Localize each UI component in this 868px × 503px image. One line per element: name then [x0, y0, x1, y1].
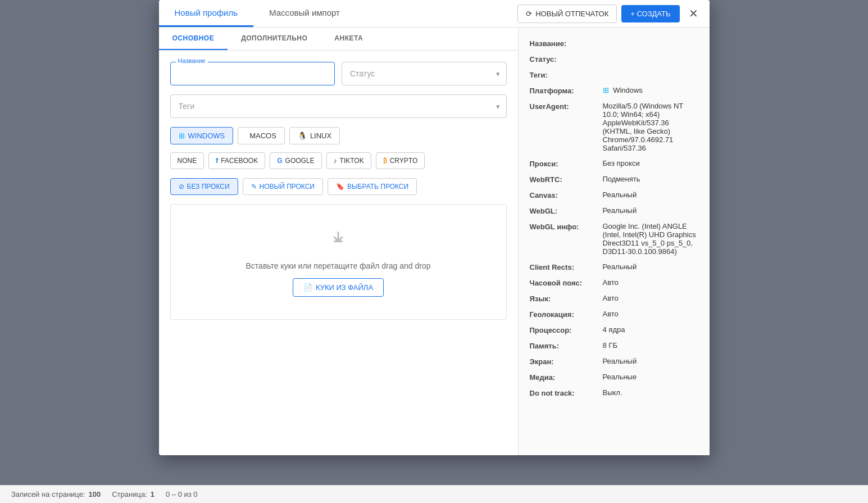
new-fingerprint-button[interactable]: ⟳ НОВЫЙ ОТПЕЧАТОК [517, 4, 617, 23]
info-value-dnt: Выкл. [603, 388, 698, 397]
info-value-proxy: Без прокси [603, 159, 698, 167]
info-label-tags: Теги: [530, 70, 603, 79]
info-label-platform: Платформа: [530, 86, 603, 95]
section-tab-basic[interactable]: ОСНОВНОЕ [159, 28, 228, 50]
count-display: 0 – 0 из 0 [166, 490, 198, 499]
section-tabs: ОСНОВНОЕ ДОПОЛНИТЕЛЬНО АНКЕТА [159, 28, 518, 51]
records-per-page: Записей на странице: 100 [11, 490, 101, 499]
info-row-cpu: Процессор: 4 ядра [530, 325, 698, 334]
info-row-webrtc: WebRTC: Подменять [530, 175, 698, 184]
bitcoin-icon: ₿ [383, 157, 387, 165]
proxy-btn-none[interactable]: ⊘ БЕЗ ПРОКСИ [170, 178, 238, 195]
os-btn-windows[interactable]: ⊞ WINDOWS [170, 127, 234, 144]
info-row-webgl-info: WebGL инфо: Google Inc. (Intel) ANGLE (I… [530, 222, 698, 256]
modal-content: ОСНОВНОЕ ДОПОЛНИТЕЛЬНО АНКЕТА Название С [159, 28, 710, 455]
info-label-media: Медиа: [530, 373, 603, 382]
info-label-webrtc: WebRTC: [530, 175, 603, 184]
os-buttons: ⊞ WINDOWS MACOS 🐧 LINUX [170, 127, 507, 144]
info-value-webrtc: Подменять [603, 175, 698, 183]
info-label-name: Название: [530, 39, 603, 48]
bottom-bar: Записей на странице: 100 Страница: 1 0 –… [0, 485, 868, 503]
info-label-webgl: WebGL: [530, 206, 603, 215]
site-btn-none[interactable]: NONE [170, 152, 204, 169]
info-label-memory: Память: [530, 341, 603, 350]
create-button[interactable]: + СОЗДАТЬ [621, 5, 679, 22]
name-input[interactable] [170, 62, 335, 85]
tab-new-profile[interactable]: Новый профиль [159, 0, 254, 27]
tiktok-icon: ♪ [334, 157, 337, 165]
google-icon: G [277, 157, 282, 165]
info-row-canvas: Canvas: Реальный [530, 191, 698, 200]
windows-icon: ⊞ [179, 132, 185, 140]
name-label: Название [176, 57, 208, 64]
info-label-screen: Экран: [530, 357, 603, 366]
info-label-geo: Геолокация: [530, 310, 603, 319]
header-actions: ⟳ НОВЫЙ ОТПЕЧАТОК + СОЗДАТЬ ✕ [511, 0, 709, 27]
proxy-btn-new[interactable]: ✎ НОВЫЙ ПРОКСИ [243, 178, 323, 195]
info-row-proxy: Прокси: Без прокси [530, 159, 698, 168]
info-label-canvas: Canvas: [530, 191, 603, 200]
info-value-webgl-info: Google Inc. (Intel) ANGLE (Intel, Intel(… [603, 222, 698, 256]
form-area: Название Статус ▾ Теги [159, 51, 518, 331]
info-value-clientrects: Реальный [603, 262, 698, 271]
cookies-from-file-button[interactable]: 📄 КУКИ ИЗ ФАЙЛА [293, 278, 384, 297]
name-field-wrapper: Название [170, 62, 335, 85]
info-value-useragent: Mozilla/5.0 (Windows NT 10.0; Win64; x64… [603, 102, 698, 152]
info-row-media: Медиа: Реальные [530, 373, 698, 382]
info-row-status: Статус: [530, 55, 698, 64]
info-value-geo: Авто [603, 310, 698, 318]
name-status-row: Название Статус ▾ [170, 62, 507, 85]
close-button[interactable]: ✕ [684, 2, 703, 25]
info-row-name: Название: [530, 39, 698, 48]
os-btn-macos[interactable]: MACOS [238, 127, 285, 144]
info-label-dnt: Do not track: [530, 388, 603, 397]
platform-win-icon: ⊞ [603, 86, 609, 94]
info-label-webgl-info: WebGL инфо: [530, 222, 603, 231]
page-indicator: Страница: 1 [112, 490, 154, 499]
info-row-timezone: Часовой пояс: Авто [530, 278, 698, 287]
left-panel: ОСНОВНОЕ ДОПОЛНИТЕЛЬНО АНКЕТА Название С [159, 28, 519, 455]
info-row-language: Язык: Авто [530, 294, 698, 303]
status-select[interactable]: Статус [342, 62, 507, 85]
profile-modal: Новый профиль Массовый импорт ⟳ НОВЫЙ ОТ… [159, 0, 710, 455]
modal-header: Новый профиль Массовый импорт ⟳ НОВЫЙ ОТ… [159, 0, 710, 28]
site-btn-facebook[interactable]: f FACEBOOK [208, 152, 265, 169]
upload-icon [182, 227, 495, 255]
records-label: Записей на странице: [11, 490, 85, 499]
info-label-timezone: Часовой пояс: [530, 278, 603, 287]
info-value-screen: Реальный [603, 357, 698, 365]
count-label: 0 – 0 из 0 [166, 490, 198, 499]
info-value-media: Реальные [603, 373, 698, 381]
right-panel: Название: Статус: Теги: Платформа: ⊞ Win… [519, 28, 710, 455]
info-label-clientrects: Client Rects: [530, 262, 603, 271]
site-btn-google[interactable]: G GOOGLE [270, 152, 321, 169]
info-row-webgl: WebGL: Реальный [530, 206, 698, 215]
proxy-buttons: ⊘ БЕЗ ПРОКСИ ✎ НОВЫЙ ПРОКСИ 🔖 ВЫБРАТЬ ПР… [170, 178, 507, 195]
fingerprint-icon: ⟳ [526, 10, 532, 18]
bookmark-icon: 🔖 [336, 183, 344, 191]
info-row-memory: Память: 8 ГБ [530, 341, 698, 350]
info-label-language: Язык: [530, 294, 603, 303]
linux-icon: 🐧 [298, 132, 307, 140]
ban-icon: ⊘ [179, 183, 184, 191]
tab-bulk-import[interactable]: Массовый импорт [253, 0, 356, 27]
info-value-timezone: Авто [603, 278, 698, 287]
info-label-status: Статус: [530, 55, 603, 64]
site-btn-crypto[interactable]: ₿ CRYPTO [376, 152, 425, 169]
section-tab-additional[interactable]: ДОПОЛНИТЕЛЬНО [228, 28, 321, 50]
info-value-cpu: 4 ядра [603, 325, 698, 334]
info-row-dnt: Do not track: Выкл. [530, 388, 698, 397]
status-wrapper: Статус ▾ [342, 62, 507, 85]
proxy-btn-choose[interactable]: 🔖 ВЫБРАТЬ ПРОКСИ [328, 178, 417, 195]
info-row-tags: Теги: [530, 70, 698, 79]
os-btn-linux[interactable]: 🐧 LINUX [289, 127, 340, 144]
info-label-proxy: Прокси: [530, 159, 603, 168]
page-value: 1 [151, 490, 154, 499]
page-label: Страница: [112, 490, 147, 499]
info-label-cpu: Процессор: [530, 325, 603, 334]
tags-select[interactable]: Теги [170, 94, 507, 118]
site-btn-tiktok[interactable]: ♪ TIKTOK [326, 152, 371, 169]
cookie-text: Вставьте куки или перетащите файл drag a… [182, 261, 495, 270]
section-tab-survey[interactable]: АНКЕТА [321, 28, 376, 50]
site-buttons: NONE f FACEBOOK G GOOGLE ♪ TIKTOK [170, 152, 507, 169]
